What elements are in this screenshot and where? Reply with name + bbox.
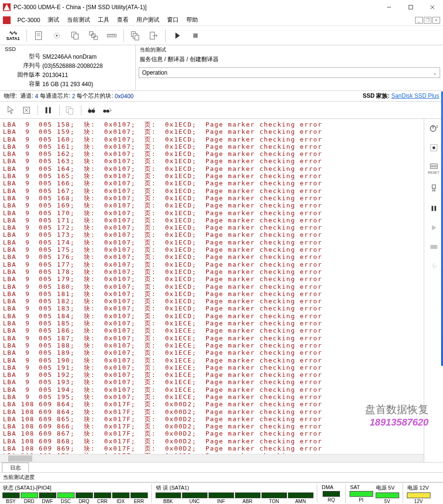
menu-item[interactable]: 测试 bbox=[44, 16, 63, 23]
led-crr: CRR bbox=[93, 492, 111, 504]
led-12v: 12V bbox=[406, 492, 430, 504]
menubar: PC-3000 测试当前测试工具查看用户测试窗口帮助 _ ❐ × bbox=[0, 14, 443, 26]
svg-point-33 bbox=[103, 109, 106, 112]
ssd-info-panel: ▾ SSD 型号SM2246AA nonDram 序列号(03)5526888-… bbox=[0, 45, 136, 90]
ssd-header: SSD bbox=[3, 46, 132, 52]
mdi-close[interactable]: × bbox=[432, 17, 440, 24]
cursor-icon[interactable] bbox=[4, 103, 18, 117]
menu-item[interactable]: 用户测试 bbox=[132, 16, 163, 23]
search-next-icon[interactable] bbox=[100, 103, 114, 117]
document-icon[interactable] bbox=[30, 27, 47, 44]
svg-rect-1 bbox=[409, 5, 413, 9]
svg-point-8 bbox=[56, 35, 58, 37]
side-pause-icon[interactable] bbox=[427, 202, 441, 215]
operation-dropdown[interactable]: Operation⌄ bbox=[139, 67, 440, 78]
test-header: 当前的测试 bbox=[139, 46, 440, 53]
delete-icon[interactable] bbox=[19, 103, 34, 117]
led-unc: UNC bbox=[182, 492, 208, 504]
chevron-down-icon: ⌄ bbox=[433, 70, 437, 76]
copy-icon[interactable] bbox=[66, 27, 84, 44]
svg-rect-21 bbox=[135, 35, 139, 40]
menu-app[interactable]: PC-3000 bbox=[13, 17, 44, 24]
menu-item[interactable]: 窗口 bbox=[163, 16, 182, 23]
reset-button[interactable]: RESET bbox=[427, 160, 441, 177]
led-abr: ABR bbox=[235, 492, 261, 504]
svg-text:1: 1 bbox=[436, 125, 438, 128]
mdi-restore[interactable]: ❐ bbox=[424, 17, 431, 24]
svg-rect-50 bbox=[431, 206, 433, 211]
close-button[interactable] bbox=[421, 0, 443, 14]
svg-point-34 bbox=[106, 109, 109, 112]
current-test-panel: 当前的测试 服务信息 / 翻译器 / 创建翻译器 Operation⌄ bbox=[136, 45, 443, 90]
power-icon[interactable]: 1 bbox=[427, 122, 441, 135]
led-drd: DRD bbox=[20, 492, 38, 504]
svg-point-31 bbox=[88, 109, 91, 113]
titlebar: PC-3000 UDMA-E - China - [SM SSD Utility… bbox=[0, 0, 443, 14]
led-drq: DRQ bbox=[75, 492, 93, 504]
search-icon[interactable] bbox=[84, 103, 99, 117]
window-title: PC-3000 UDMA-E - China - [SM SSD Utility… bbox=[13, 4, 378, 11]
breadcrumb: 服务信息 / 翻译器 / 创建翻译器 bbox=[139, 53, 440, 65]
chip-square-icon[interactable] bbox=[427, 141, 441, 155]
svg-rect-51 bbox=[434, 206, 436, 211]
svg-rect-46 bbox=[432, 185, 435, 188]
stop-icon[interactable] bbox=[187, 27, 204, 44]
sata-port-button[interactable]: ∿∿SATA1 bbox=[2, 27, 24, 44]
mdi-minimize[interactable]: _ bbox=[415, 17, 423, 24]
led-dma: RQ bbox=[321, 491, 342, 503]
exit-icon[interactable] bbox=[145, 27, 162, 44]
status-bar: 状态 (SATA1)-[PIO4] BSYDRDDWFDSCDRQCRRIDXE… bbox=[0, 482, 443, 504]
svg-rect-11 bbox=[90, 31, 93, 35]
led-ton: TON bbox=[261, 492, 287, 504]
stack-icon[interactable] bbox=[85, 27, 102, 44]
side-toolbar: 1 RESET bbox=[424, 119, 443, 462]
progress-label: 当前测试进度 bbox=[0, 473, 443, 482]
ruler-icon[interactable] bbox=[103, 27, 120, 44]
side-play-icon[interactable] bbox=[427, 221, 441, 234]
led-5v: 5V bbox=[375, 492, 399, 504]
app-icon bbox=[3, 3, 11, 11]
ssd-serial: (03)5526888-20080228 bbox=[41, 61, 132, 70]
log-output[interactable]: LBA 9 005 158; 块: 0x0107; 页: 0x1ECD; Pag… bbox=[0, 119, 424, 462]
menu-item[interactable]: 查看 bbox=[113, 16, 132, 23]
svg-rect-39 bbox=[432, 147, 435, 149]
svg-rect-23 bbox=[193, 33, 197, 38]
ssd-family-link[interactable]: SanDisk SSD Plus bbox=[391, 92, 439, 99]
ssd-capacity: 16 GB (31 293 440) bbox=[41, 79, 132, 89]
maximize-button[interactable] bbox=[400, 0, 421, 14]
minimize-button[interactable] bbox=[378, 0, 400, 14]
play-icon[interactable] bbox=[169, 27, 186, 44]
svg-rect-52 bbox=[430, 245, 437, 249]
horizontal-scrollbar[interactable] bbox=[0, 454, 424, 462]
main-toolbar: ∿∿SATA1 bbox=[0, 26, 443, 45]
svg-rect-13 bbox=[94, 36, 97, 39]
led-bbk: BBK bbox=[155, 492, 181, 504]
tabs-row: 日志 bbox=[0, 462, 443, 473]
svg-rect-12 bbox=[91, 34, 95, 37]
led-bsy: BSY bbox=[2, 492, 20, 504]
chip-icon[interactable] bbox=[427, 240, 441, 254]
side-sliver bbox=[441, 91, 443, 366]
svg-rect-10 bbox=[74, 34, 78, 39]
physical-info-row: 物理: 通道: 4 每通道芯片: 2 每个芯片的块: 0x0400 SSD 家族… bbox=[0, 91, 443, 102]
copypage-icon[interactable] bbox=[63, 103, 77, 117]
led-inf: INF bbox=[208, 492, 234, 504]
menu-item[interactable]: 工具 bbox=[94, 16, 113, 23]
multicopy-icon[interactable] bbox=[127, 27, 144, 44]
led-amn: AMN bbox=[287, 492, 313, 504]
gear-icon[interactable] bbox=[48, 27, 65, 44]
svg-point-32 bbox=[91, 109, 95, 113]
svg-rect-27 bbox=[46, 107, 48, 113]
pause-icon[interactable] bbox=[41, 103, 55, 117]
tab-log[interactable]: 日志 bbox=[2, 463, 29, 472]
svg-rect-14 bbox=[107, 34, 116, 37]
svg-rect-30 bbox=[68, 108, 73, 114]
connector-icon[interactable] bbox=[427, 182, 441, 196]
ssd-model: SM2246AA nonDram bbox=[41, 52, 132, 61]
menu-item[interactable]: 当前测试 bbox=[63, 16, 94, 23]
ssd-firmware: 20130411 bbox=[41, 70, 132, 79]
svg-rect-28 bbox=[49, 107, 51, 113]
menu-item[interactable]: 帮助 bbox=[182, 16, 202, 23]
led-dwf: DWF bbox=[39, 492, 56, 504]
wrench-icon[interactable] bbox=[427, 259, 441, 273]
